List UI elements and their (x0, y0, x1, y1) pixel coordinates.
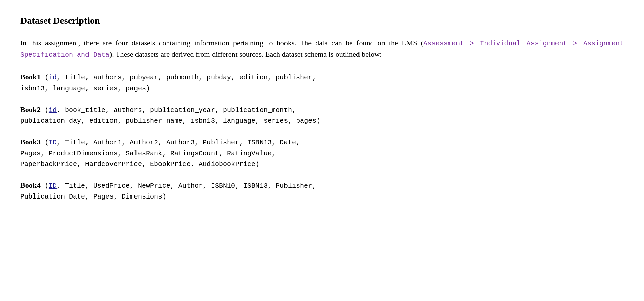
book4-schema: Book4 (ID, Title, UsedPrice, NewPrice, A… (20, 179, 624, 202)
intro-text-part2: ). These datasets are derived from diffe… (109, 50, 382, 59)
book3-fields: (ID, Title, Author1, Author2, Author3, P… (20, 139, 300, 168)
page-title: Dataset Description (20, 14, 624, 28)
book2-schema: Book2 (id, book_title, authors, publicat… (20, 103, 624, 126)
intro-paragraph: In this assignment, there are four datas… (20, 37, 624, 60)
book2-fields: (id, book_title, authors, publication_ye… (20, 106, 320, 125)
book1-id: id (49, 74, 57, 82)
book4-id: ID (49, 182, 57, 190)
book3-label: Book3 (20, 138, 41, 146)
book2-label: Book2 (20, 105, 41, 114)
book2-id: id (49, 106, 57, 114)
book4-label: Book4 (20, 181, 41, 189)
intro-text-part1: In this assignment, there are four datas… (20, 39, 423, 47)
book1-fields: (id, title, authors, pubyear, pubmonth, … (20, 74, 316, 92)
book1-schema: Book1 (id, title, authors, pubyear, pubm… (20, 71, 624, 94)
book3-schema: Book3 (ID, Title, Author1, Author2, Auth… (20, 136, 624, 170)
book4-fields: (ID, Title, UsedPrice, NewPrice, Author,… (20, 182, 316, 201)
book3-id: ID (49, 139, 57, 146)
book1-label: Book1 (20, 73, 41, 81)
